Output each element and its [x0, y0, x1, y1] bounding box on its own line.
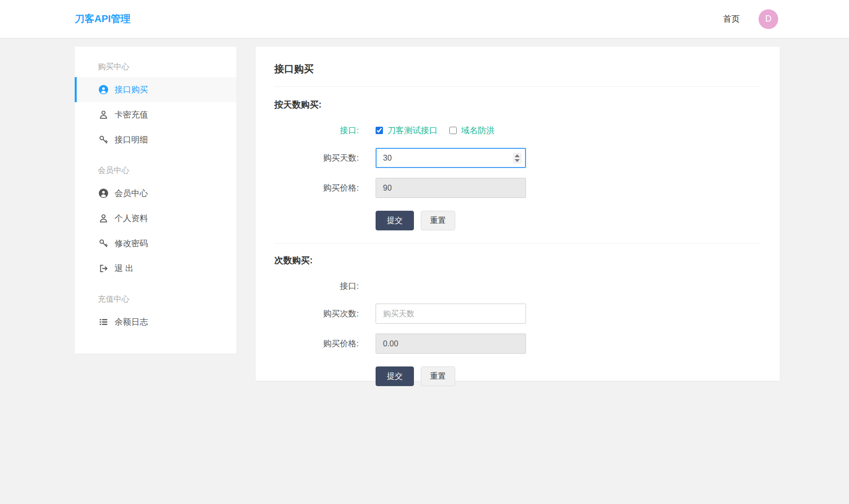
section-heading-by-times: 次数购买:: [274, 254, 761, 266]
sidebar-group-title: 充值中心: [75, 289, 236, 309]
reset-button[interactable]: 重置: [421, 366, 455, 386]
number-spinner[interactable]: [513, 153, 522, 164]
sidebar-item-member-center[interactable]: 会员中心: [75, 181, 236, 206]
user-icon: [99, 214, 108, 223]
api-label: 接口:: [274, 125, 359, 136]
domain-flood-checkbox[interactable]: [449, 127, 457, 134]
sidebar-group-purchase: 购买中心 接口购买 卡密充值 接口明细: [75, 56, 236, 152]
nav-home-link[interactable]: 首页: [723, 13, 740, 25]
checkbox-daoke-test-api[interactable]: 刀客测试接口: [376, 125, 438, 136]
buy-price-input: [376, 178, 526, 198]
key-icon: [99, 135, 108, 144]
reset-button[interactable]: 重置: [421, 211, 455, 230]
sidebar-item-api-detail[interactable]: 接口明细: [75, 127, 236, 152]
sidebar-item-label: 会员中心: [115, 188, 148, 199]
api-options: 刀客测试接口 域名防洪: [376, 125, 499, 136]
times-price-label: 购买价格:: [274, 338, 359, 349]
sidebar-group-title: 会员中心: [75, 160, 236, 181]
times-price-row: 购买价格:: [274, 334, 761, 354]
checkbox-domain-flood[interactable]: 域名防洪: [449, 125, 495, 136]
sidebar-item-label: 修改密码: [115, 238, 148, 249]
main-card: 接口购买 按天数购买: 接口: 刀客测试接口 域名防洪 购买天数: 购买价格:: [256, 47, 780, 381]
sidebar-item-balance-log[interactable]: 余额日志: [75, 309, 236, 335]
spinner-up-icon[interactable]: [515, 154, 520, 157]
api-row-empty: 接口:: [274, 278, 761, 294]
sidebar-item-profile[interactable]: 个人资料: [75, 206, 236, 231]
sidebar-item-label: 余额日志: [115, 316, 148, 328]
sidebar: 购买中心 接口购买 卡密充值 接口明细 会员中心 会员中心: [75, 47, 236, 354]
sidebar-item-label: 个人资料: [115, 213, 148, 224]
sidebar-item-label: 接口购买: [115, 84, 148, 95]
sidebar-item-label: 卡密充值: [115, 109, 148, 120]
submit-button[interactable]: 提交: [376, 366, 414, 386]
buy-price-row: 购买价格:: [274, 178, 761, 198]
page-title: 接口购买: [274, 62, 761, 76]
sidebar-item-logout[interactable]: 退 出: [75, 256, 236, 281]
spinner-down-icon[interactable]: [515, 159, 520, 162]
key-icon: [99, 239, 108, 248]
buy-times-row: 购买次数:: [274, 304, 761, 324]
sidebar-group-title: 购买中心: [75, 56, 236, 77]
sidebar-item-change-password[interactable]: 修改密码: [75, 231, 236, 256]
daoke-test-api-checkbox[interactable]: [376, 127, 383, 134]
buy-times-label: 购买次数:: [274, 308, 359, 319]
user-circle-icon: [99, 85, 108, 94]
by-times-buttons: 提交 重置: [376, 366, 761, 386]
section-heading-by-days: 按天数购买:: [274, 99, 761, 111]
api-label: 接口:: [274, 280, 359, 292]
buy-times-input[interactable]: [376, 304, 526, 324]
avatar-letter: D: [765, 14, 772, 24]
sidebar-item-card-recharge[interactable]: 卡密充值: [75, 102, 236, 127]
sidebar-item-label: 接口明细: [115, 134, 148, 145]
sign-out-icon: [99, 264, 108, 273]
sidebar-group-member: 会员中心 会员中心 个人资料 修改密码 退 出: [75, 160, 236, 281]
sidebar-item-label: 退 出: [115, 263, 134, 274]
bottom-divider: [274, 400, 761, 400]
api-checkbox-row: 接口: 刀客测试接口 域名防洪: [274, 122, 761, 138]
avatar[interactable]: D: [759, 9, 778, 29]
buy-days-label: 购买天数:: [274, 152, 359, 164]
section-divider: [274, 243, 761, 244]
times-price-input: [376, 334, 526, 354]
submit-button[interactable]: 提交: [376, 211, 414, 230]
brand-title[interactable]: 刀客API管理: [75, 12, 130, 26]
buy-price-label: 购买价格:: [274, 182, 359, 194]
checkbox-label: 域名防洪: [461, 125, 495, 136]
sidebar-item-api-purchase[interactable]: 接口购买: [75, 77, 236, 102]
by-days-buttons: 提交 重置: [376, 211, 761, 230]
title-divider: [274, 86, 761, 87]
checkbox-label: 刀客测试接口: [387, 125, 438, 136]
buy-days-input-wrap: [376, 148, 526, 168]
buy-days-row: 购买天数:: [274, 148, 761, 168]
header-right: 首页 D: [723, 9, 778, 29]
list-icon: [99, 317, 108, 327]
sidebar-group-recharge: 充值中心 余额日志: [75, 289, 236, 335]
user-icon: [99, 110, 108, 119]
top-header: 刀客API管理 首页 D: [0, 0, 849, 38]
user-circle-icon: [99, 189, 108, 198]
buy-days-input[interactable]: [376, 148, 526, 168]
